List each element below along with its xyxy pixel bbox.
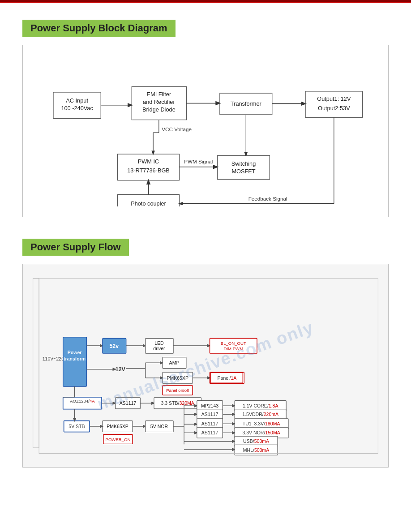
svg-text:1.1V CORE/1.8A: 1.1V CORE/1.8A (243, 403, 278, 408)
svg-text:5V NOR: 5V NOR (150, 424, 168, 429)
svg-text:52v: 52v (109, 343, 119, 349)
svg-text:Feedback Signal: Feedback Signal (248, 196, 287, 202)
svg-rect-34 (33, 278, 39, 448)
svg-text:13-RT7736-BGB: 13-RT7736-BGB (127, 167, 170, 174)
svg-text:AS1117: AS1117 (120, 400, 137, 406)
svg-text:driver: driver (153, 346, 165, 351)
svg-text:transform: transform (64, 356, 86, 361)
svg-text:Panel/1A: Panel/1A (218, 375, 237, 381)
svg-text:TU1_3.3V/180MA: TU1_3.3V/180MA (243, 421, 280, 426)
svg-text:BL_ON_OUT: BL_ON_OUT (221, 341, 246, 346)
svg-text:AMP: AMP (169, 360, 180, 365)
svg-text:and  Rectifier: and Rectifier (143, 99, 175, 105)
svg-text:Output1: 12V: Output1: 12V (317, 95, 351, 102)
svg-text:AS1117: AS1117 (201, 421, 218, 426)
svg-rect-35 (63, 337, 87, 386)
svg-text:3.3V NOR/150MA: 3.3V NOR/150MA (242, 430, 280, 435)
svg-text:Transformer: Transformer (231, 100, 262, 107)
svg-text:PMK65XP: PMK65XP (167, 375, 188, 381)
svg-text:PWM IC: PWM IC (138, 158, 159, 165)
svg-text:EMI Filter: EMI Filter (147, 91, 171, 98)
svg-text:Output2:53V: Output2:53V (318, 105, 350, 112)
flow-diagram-container: manualsarchive.com only 110V~220V Power … (22, 264, 389, 468)
svg-text:AC  Input: AC Input (66, 97, 88, 104)
svg-text:LED: LED (154, 340, 164, 346)
svg-text:Panel on/off: Panel on/off (166, 388, 189, 393)
svg-text:Photo   coupler: Photo coupler (131, 200, 166, 206)
svg-text:USB/500mA: USB/500mA (243, 438, 269, 444)
svg-text:Power: Power (68, 350, 82, 355)
svg-text:MOSFET: MOSFET (231, 168, 255, 175)
svg-text:5V STB: 5V STB (68, 424, 85, 429)
svg-text:Switching: Switching (231, 160, 256, 167)
svg-text:100 -240Vac: 100 -240Vac (61, 105, 93, 112)
section1-title: Power Supply Block Diagram (22, 20, 176, 37)
svg-text:VCC Voltage: VCC Voltage (162, 126, 192, 132)
block-diagram-container: AC Input 100 -240Vac EMI Filter and Rect… (22, 45, 389, 217)
svg-text:DIM  PWM: DIM PWM (223, 346, 243, 351)
svg-text:AOZ1284/4A: AOZ1284/4A (70, 399, 95, 403)
svg-text:3.3 STB/320MA: 3.3 STB/320MA (161, 400, 194, 406)
svg-text:AS1117: AS1117 (201, 412, 218, 417)
svg-text:Bridge  Diode: Bridge Diode (142, 106, 176, 113)
section2-title: Power Supply Flow (22, 239, 129, 256)
svg-text:MP2143: MP2143 (201, 403, 218, 408)
svg-text:12V: 12V (116, 366, 126, 373)
svg-text:PMK65XP: PMK65XP (107, 424, 128, 429)
block-diagram-svg: AC Input 100 -240Vac EMI Filter and Rect… (36, 54, 375, 206)
svg-text:1.5VDDR/220mA: 1.5VDDR/220mA (242, 412, 278, 417)
flow-diagram-svg: 110V~220V Power transform 52v LED driver… (30, 271, 381, 459)
svg-text:AS1117: AS1117 (201, 430, 218, 435)
svg-text:POWER_ON: POWER_ON (106, 437, 131, 442)
svg-text:MHL/500mA: MHL/500mA (243, 447, 270, 453)
svg-text:PWM Signal: PWM Signal (184, 159, 213, 164)
page-content: Power Supply Block Diagram AC Input 100 … (0, 3, 411, 481)
